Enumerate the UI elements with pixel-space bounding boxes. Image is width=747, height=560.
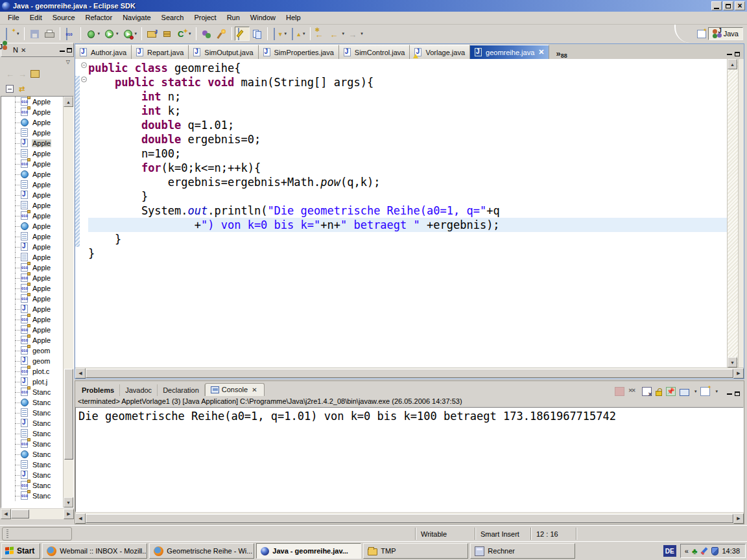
scroll-thumb[interactable] <box>64 369 73 460</box>
editor-tab-vorlage-java[interactable]: JVorlage.java <box>410 45 470 59</box>
new-class-button[interactable]: C✦▾ <box>174 27 193 41</box>
menu-file[interactable]: File <box>3 12 25 23</box>
java-search-button[interactable] <box>214 27 229 41</box>
tree-item-apple[interactable]: JApple <box>1 138 63 148</box>
new-wizard-dropdown-icon[interactable]: ▾ <box>17 31 19 36</box>
collapse-all-icon[interactable] <box>6 85 14 93</box>
external-tools-binary-button[interactable]: 010 <box>63 27 78 41</box>
tree-item-apple[interactable]: Apple <box>1 231 63 242</box>
tree-item-apple[interactable]: Apple <box>1 148 63 159</box>
overview-ruler[interactable] <box>738 59 744 368</box>
editor-tab-overflow-chevron[interactable]: »88 <box>556 49 567 59</box>
link-with-editor-button[interactable] <box>250 27 265 41</box>
menu-navigate[interactable]: Navigate <box>117 12 156 23</box>
new-wizard-button[interactable]: ✦▾ <box>3 27 21 41</box>
tree-item-apple[interactable]: 010Apple <box>1 211 63 221</box>
scroll-left-icon[interactable]: ◀ <box>75 368 86 379</box>
language-indicator[interactable]: DE <box>663 545 676 557</box>
tree-item-apple[interactable]: 010Apple <box>1 273 63 283</box>
editor-vertical-scrollbar[interactable]: ▲ ▼ <box>727 59 738 368</box>
terminate-icon[interactable] <box>615 387 624 396</box>
code-line-1[interactable]: public class geomreihe{ <box>88 61 727 75</box>
editor-tab-simcontrol-java[interactable]: JSimControl.java <box>339 45 410 59</box>
menu-project[interactable]: Project <box>189 12 221 23</box>
back-arrow-icon[interactable]: ← <box>6 69 14 79</box>
menu-refactor[interactable]: Refactor <box>80 12 118 23</box>
tree-item-stanc[interactable]: JStanc <box>1 470 63 480</box>
tree-item-stanc[interactable]: Stanc <box>1 428 63 439</box>
editor-minimize-icon[interactable] <box>727 54 732 55</box>
console-tab-close-icon[interactable]: ✕ <box>252 386 257 393</box>
code-line-9[interactable]: ergebnis=ergebnis+Math.pow(q,k); <box>88 175 727 189</box>
tree-item-apple[interactable]: 010Apple <box>1 294 63 304</box>
tree-item-apple[interactable]: Apple <box>1 128 63 138</box>
tree-item-apple[interactable]: Apple <box>1 252 63 262</box>
console-minimize-icon[interactable] <box>727 393 732 395</box>
start-button[interactable]: Start <box>1 543 40 559</box>
tree-item-apple[interactable]: Apple <box>1 200 63 211</box>
navigator-vertical-scrollbar[interactable]: ▲ ▼ <box>63 97 73 508</box>
code-line-8[interactable]: for(k=0;k<=n;++k){ <box>88 161 727 175</box>
scroll-left-icon[interactable]: ◀ <box>1 509 11 519</box>
java-perspective-button[interactable]: Java <box>708 27 743 40</box>
tree-item-geom[interactable]: Jgeom <box>1 356 63 366</box>
tree-item-apple[interactable]: 010Apple <box>1 262 63 273</box>
prev-annotation-dropdown-icon[interactable]: ▾ <box>303 31 305 36</box>
scroll-lock-icon[interactable] <box>656 391 662 396</box>
fold-collapse-icon[interactable]: − <box>81 62 87 68</box>
back-dropdown-icon[interactable]: ▾ <box>342 31 345 36</box>
debug-button[interactable]: ▾ <box>84 27 102 41</box>
forward-button[interactable]: →▾ <box>346 27 365 41</box>
editor-tab-repart-java[interactable]: JRepart.java <box>132 45 189 59</box>
editor-maximize-icon[interactable] <box>735 52 740 56</box>
tree-item-apple[interactable]: 010Apple <box>1 159 63 169</box>
debug-dropdown-icon[interactable]: ▾ <box>98 31 101 36</box>
tab-close-icon[interactable]: ✕ <box>538 48 544 56</box>
code-line-7[interactable]: n=100; <box>88 146 727 161</box>
tree-item-apple[interactable]: JApple <box>1 304 63 314</box>
shield-icon[interactable] <box>711 547 718 555</box>
menu-source[interactable]: Source <box>47 12 80 23</box>
code-line-6[interactable]: double ergebnis=0; <box>88 132 727 146</box>
tree-item-apple[interactable]: JApple <box>1 242 63 252</box>
console-tab-console[interactable]: Console✕ <box>205 383 265 396</box>
next-annotation-button[interactable]: ▼▾ <box>270 27 289 41</box>
task-java-geomreihe-jav-[interactable]: Java - geomreihe.jav... <box>256 543 361 559</box>
scroll-up-icon[interactable]: ▲ <box>728 59 737 69</box>
menu-run[interactable]: Run <box>222 12 245 23</box>
open-type-button[interactable] <box>199 27 214 41</box>
editor-tab-simoutput-java[interactable]: JSimOutput.java <box>189 45 258 59</box>
run-dropdown-icon[interactable]: ▾ <box>116 31 119 36</box>
next-annotation-dropdown-icon[interactable]: ▾ <box>285 31 287 36</box>
fast-view-bar[interactable] <box>2 527 72 541</box>
tree-item-apple[interactable]: 010Apple <box>1 97 63 107</box>
run-last-dropdown-icon[interactable]: ▾ <box>135 31 137 36</box>
editor-tab-geomreihe-java[interactable]: Jgeomreihe.java✕ <box>470 45 549 59</box>
new-java-project-button[interactable]: J <box>145 27 160 41</box>
print-button[interactable] <box>42 27 57 41</box>
scroll-thumb[interactable] <box>11 509 29 519</box>
task-geometrische-reihe-wi-[interactable]: Geometrische Reihe - Wi... <box>149 543 254 559</box>
tree-item-stanc[interactable]: 010Stanc <box>1 439 63 449</box>
navigator-horizontal-scrollbar[interactable]: ◀ ▶ <box>1 509 74 519</box>
go-up-icon[interactable] <box>30 70 40 78</box>
view-menu-icon[interactable]: ▽ <box>66 59 70 65</box>
tree-item-apple[interactable]: 010Apple <box>1 314 63 325</box>
run-last-button[interactable]: ▾ <box>121 27 139 41</box>
editor-horizontal-scrollbar[interactable]: ◀ ▶ <box>75 368 744 379</box>
view-minimize-icon[interactable] <box>60 51 65 52</box>
scroll-right-icon[interactable]: ▶ <box>733 513 744 524</box>
tree-item-stanc[interactable]: Stanc <box>1 460 63 470</box>
tree-item-apple[interactable]: Apple <box>1 169 63 180</box>
console-horizontal-scrollbar[interactable]: ◀ ▶ <box>75 513 744 524</box>
code-line-3[interactable]: int n; <box>88 89 727 104</box>
scroll-left-icon[interactable]: ◀ <box>75 513 86 524</box>
graphics-pen-icon[interactable] <box>700 547 708 555</box>
code-editor[interactable]: public class geomreihe{ public static vo… <box>88 59 727 368</box>
menu-window[interactable]: Window <box>245 12 281 23</box>
code-line-14[interactable]: } <box>88 246 727 261</box>
scroll-up-icon[interactable]: ▲ <box>64 97 73 107</box>
tree-item-plot.c[interactable]: 010plot.c <box>1 366 63 377</box>
task-rechner[interactable]: Rechner <box>470 543 575 559</box>
open-console-icon[interactable] <box>700 387 710 396</box>
